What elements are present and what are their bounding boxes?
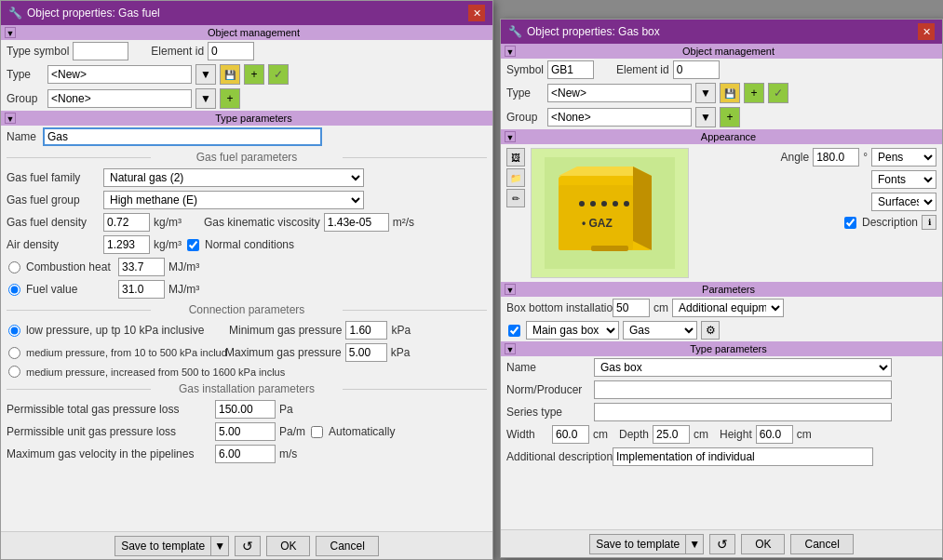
image-tool-btn-2[interactable]: 📁 <box>506 168 525 187</box>
depth-input[interactable] <box>653 425 690 444</box>
gas-box-element-id-input[interactable] <box>673 60 720 79</box>
fuel-value-radio[interactable] <box>8 284 20 296</box>
gas-box-type-dropdown-btn[interactable]: ▼ <box>695 83 716 103</box>
group-dropdown-btn[interactable]: ▼ <box>195 88 216 109</box>
save-template-button[interactable]: Save to template <box>115 536 211 556</box>
description-checkbox[interactable] <box>844 217 856 229</box>
gas-fuel-close-button[interactable]: ✕ <box>468 5 485 21</box>
type-dropdown-btn[interactable]: ▼ <box>195 64 216 85</box>
additional-desc-label: Additional description <box>506 450 609 463</box>
appearance-label: Appearance <box>519 131 938 142</box>
params-collapse[interactable]: ▼ <box>505 284 516 295</box>
gas-box-type-check-btn[interactable]: ✓ <box>768 83 788 103</box>
type-input[interactable] <box>47 65 192 84</box>
appearance-collapse[interactable]: ▼ <box>505 131 516 142</box>
gas-box-type-row: Type ▼ 💾 + ✓ <box>501 81 942 105</box>
normal-conditions-checkbox[interactable] <box>187 239 199 251</box>
combustion-heat-input[interactable] <box>118 258 165 276</box>
min-gas-pressure-input[interactable] <box>345 321 387 340</box>
max-gas-pressure-input[interactable] <box>345 343 387 362</box>
gas-box-type-params-collapse[interactable]: ▼ <box>505 343 516 354</box>
angle-input[interactable] <box>813 148 859 167</box>
type-add-btn[interactable]: + <box>244 64 264 85</box>
gas-box-symbol-label: Symbol <box>506 63 544 76</box>
width-input[interactable] <box>552 425 589 444</box>
air-density-input[interactable] <box>103 235 150 254</box>
gas-box-obj-mgmt-collapse[interactable]: ▼ <box>505 46 516 57</box>
gas-box-save-template-button[interactable]: Save to template <box>589 534 686 554</box>
gas-box-title-bar: 🔧 Object properties: Gas box ✕ <box>501 20 942 44</box>
gas-kinematic-label: Gas kinematic viscosity <box>204 216 320 229</box>
gas-box-close-button[interactable]: ✕ <box>918 23 935 40</box>
gas-box-type-save-btn[interactable]: 💾 <box>720 83 740 103</box>
fuel-value-input[interactable] <box>118 280 165 299</box>
gas-fuel-group-select[interactable]: High methane (E) <box>103 191 364 209</box>
additional-equipment-select[interactable]: Additional equipment <box>672 299 784 317</box>
height-input[interactable] <box>756 425 793 444</box>
angle-row: Angle ° Pens <box>694 148 936 167</box>
group-input[interactable] <box>47 89 192 108</box>
fonts-select[interactable]: Fonts <box>871 170 936 189</box>
gas-box-reset-button[interactable]: ↺ <box>709 534 735 554</box>
box-bottom-input[interactable] <box>613 299 650 317</box>
type-symbol-input[interactable] <box>73 42 128 60</box>
permissible-total-input[interactable] <box>215 400 276 419</box>
type-params-label: Type parameters <box>19 113 489 124</box>
image-tool-btn-3[interactable]: ✏ <box>506 189 525 207</box>
permissible-unit-input[interactable] <box>215 422 276 441</box>
save-template-arrow-button[interactable]: ▼ <box>211 536 229 556</box>
gas-box-group-label: Group <box>506 111 544 124</box>
additional-desc-input[interactable] <box>613 447 873 466</box>
reset-button[interactable]: ↺ <box>235 536 261 556</box>
combustion-heat-unit: MJ/m³ <box>168 260 199 273</box>
gas-fuel-density-row: Gas fuel density kg/m³ Gas kinematic vis… <box>1 211 492 233</box>
medium-pressure1-radio[interactable] <box>8 347 20 359</box>
appearance-bar: ▼ Appearance <box>501 129 942 144</box>
max-gas-pressure-label: Maximum gas pressure <box>225 346 342 359</box>
max-gas-velocity-input[interactable] <box>215 445 276 463</box>
medium-pressure2-radio[interactable] <box>8 366 20 378</box>
gas-box-group-dropdown-btn[interactable]: ▼ <box>695 107 716 127</box>
group-add-btn[interactable]: + <box>220 88 240 109</box>
gas-box-type-add-btn[interactable]: + <box>744 83 764 103</box>
gas-kinematic-input[interactable] <box>324 213 389 232</box>
gas-select[interactable]: Gas <box>623 321 697 340</box>
angle-label: Angle <box>780 151 809 164</box>
gas-fuel-density-input[interactable] <box>103 213 150 232</box>
cancel-button[interactable]: Cancel <box>316 536 378 556</box>
gas-box-type-input[interactable] <box>547 84 692 102</box>
pens-select[interactable]: Pens <box>871 148 936 167</box>
series-type-input[interactable] <box>594 403 892 421</box>
gas-settings-btn[interactable]: ⚙ <box>701 321 720 340</box>
gas-box-symbol-input[interactable] <box>547 60 594 79</box>
type-save-btn[interactable]: 💾 <box>220 64 240 85</box>
gas-box-save-template-arrow-button[interactable]: ▼ <box>686 534 704 554</box>
low-pressure-radio[interactable] <box>8 325 20 337</box>
gas-box-name-select[interactable]: Gas box <box>594 358 892 377</box>
element-id-input[interactable] <box>208 42 254 60</box>
fuel-value-row: Fuel value MJ/m³ <box>1 278 492 300</box>
gas-box-group-add-btn[interactable]: + <box>720 107 740 127</box>
name-input[interactable] <box>43 127 322 146</box>
gas-fuel-group-row: Gas fuel group High methane (E) <box>1 189 492 211</box>
gas-box-group-input[interactable] <box>547 108 692 127</box>
surfaces-select[interactable]: Surfaces <box>871 193 936 211</box>
type-check-btn[interactable]: ✓ <box>268 64 289 85</box>
obj-mgmt-collapse-arrow[interactable]: ▼ <box>5 27 16 38</box>
norm-producer-input[interactable] <box>594 380 892 399</box>
type-params-collapse-arrow[interactable]: ▼ <box>5 113 16 124</box>
gas-box-ok-button[interactable]: OK <box>741 534 785 554</box>
gas-fuel-family-select[interactable]: Natural gas (2) <box>103 168 364 187</box>
svg-point-9 <box>624 201 629 207</box>
ok-button[interactable]: OK <box>266 536 310 556</box>
additional-desc-row: Additional description <box>501 446 942 468</box>
description-info-btn[interactable]: ℹ <box>922 215 936 230</box>
gas-box-title: 🔧 Object properties: Gas box <box>508 25 660 38</box>
automatically-checkbox[interactable] <box>311 426 323 438</box>
gas-box-cancel-button[interactable]: Cancel <box>790 534 853 554</box>
main-gas-box-checkbox[interactable] <box>508 325 520 337</box>
permissible-total-label: Permissible total gas pressure loss <box>7 403 211 416</box>
image-tool-btn-1[interactable]: 🖼 <box>506 148 525 167</box>
main-gas-box-select[interactable]: Main gas box <box>526 321 619 340</box>
combustion-heat-radio[interactable] <box>8 261 20 273</box>
